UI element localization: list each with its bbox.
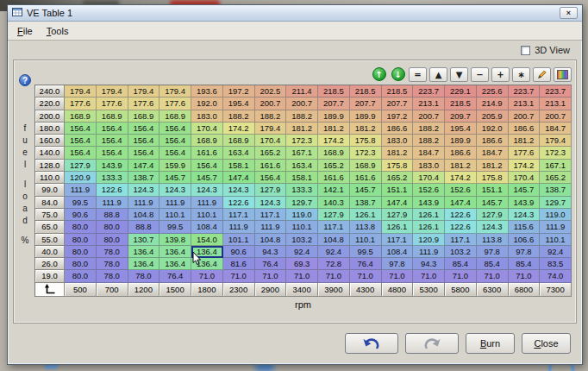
table-cell[interactable]: 223.7 <box>540 85 572 97</box>
table-cell[interactable]: 168.9 <box>350 160 382 172</box>
y-axis-cell[interactable]: 128.0 <box>35 160 65 172</box>
table-cell[interactable]: 71.0 <box>350 270 382 282</box>
table-cell[interactable]: 189.9 <box>445 135 477 147</box>
table-cell[interactable]: 186.6 <box>477 135 509 147</box>
x-axis-cell[interactable]: 500 <box>65 283 97 297</box>
table-cell[interactable]: 103.2 <box>445 246 477 258</box>
y-axis-cell[interactable]: 200.0 <box>35 110 65 123</box>
table-cell[interactable]: 218.5 <box>445 97 477 110</box>
table-cell[interactable]: 97.8 <box>477 246 509 258</box>
table-cell[interactable]: 76.4 <box>350 258 382 270</box>
table-cell[interactable]: 168.9 <box>318 147 350 159</box>
table-cell[interactable]: 92.4 <box>540 246 572 258</box>
help-icon[interactable]: ? <box>19 74 31 86</box>
table-cell[interactable]: 165.2 <box>318 160 350 172</box>
table-cell[interactable]: 138.7 <box>128 172 160 184</box>
table-cell[interactable]: 174.2 <box>223 123 255 135</box>
table-cell[interactable]: 110.1 <box>191 209 223 221</box>
table-cell[interactable]: 138.7 <box>540 184 572 196</box>
table-cell[interactable]: 83.5 <box>540 258 572 270</box>
menu-tools[interactable]: Tools <box>41 24 75 38</box>
table-cell[interactable]: 156.4 <box>191 160 223 172</box>
table-cell[interactable]: 122.6 <box>445 209 477 221</box>
table-cell[interactable]: 147.4 <box>445 197 477 209</box>
table-cell[interactable]: 97.8 <box>509 246 541 258</box>
table-cell[interactable]: 101.1 <box>223 234 255 246</box>
table-cell[interactable]: 213.1 <box>540 97 572 110</box>
table-cell[interactable]: 181.2 <box>477 160 509 172</box>
x-axis-cell[interactable]: 6800 <box>509 283 541 297</box>
table-cell[interactable]: 183.0 <box>382 135 414 147</box>
table-cell[interactable]: 175.8 <box>382 160 414 172</box>
table-cell[interactable]: 184.7 <box>540 123 572 135</box>
table-cell[interactable]: 168.9 <box>223 135 255 147</box>
table-cell[interactable]: 179.4 <box>65 85 97 97</box>
table-cell[interactable]: 172.3 <box>540 147 572 159</box>
table-cell[interactable]: 120.9 <box>65 172 97 184</box>
redo-button[interactable] <box>405 333 459 354</box>
table-cell[interactable]: 167.1 <box>286 147 318 159</box>
table-cell[interactable]: 200.7 <box>540 110 572 123</box>
table-cell[interactable]: 127.9 <box>255 184 287 196</box>
x-axis-cell[interactable]: 4800 <box>382 283 414 297</box>
table-cell[interactable]: 80.0 <box>65 234 97 246</box>
table-cell[interactable]: 103.2 <box>286 234 318 246</box>
table-cell[interactable]: 90.6 <box>223 246 255 258</box>
table-cell[interactable]: 124.3 <box>160 184 191 196</box>
table-cell[interactable]: 117.1 <box>223 209 255 221</box>
table-cell[interactable]: 177.6 <box>509 147 541 159</box>
decrement-button[interactable]: − <box>471 67 489 82</box>
table-cell[interactable]: 183.0 <box>191 110 223 123</box>
table-cell[interactable]: 71.0 <box>477 270 509 282</box>
table-cell[interactable]: 124.3 <box>223 184 255 196</box>
table-cell[interactable]: 213.1 <box>413 97 445 110</box>
table-cell[interactable]: 127.9 <box>65 160 97 172</box>
edit-pencil-button[interactable] <box>533 67 551 82</box>
table-cell[interactable]: 145.7 <box>160 172 191 184</box>
y-axis-cell[interactable]: 220.0 <box>35 97 65 110</box>
table-cell[interactable]: 110.1 <box>350 234 382 246</box>
table-cell[interactable]: 124.3 <box>128 184 160 196</box>
table-cell[interactable]: 127.9 <box>382 209 414 221</box>
y-axis-cell[interactable]: 75.0 <box>35 209 65 221</box>
table-cell[interactable]: 165.2 <box>382 172 414 184</box>
table-cell[interactable]: 168.9 <box>128 110 160 123</box>
table-cell[interactable]: 213.1 <box>509 97 541 110</box>
table-cell[interactable]: 126.1 <box>413 209 445 221</box>
table-cell[interactable]: 225.6 <box>477 85 509 97</box>
table-cell[interactable]: 156.4 <box>128 147 160 159</box>
table-cell[interactable]: 117.1 <box>445 234 477 246</box>
table-cell[interactable]: 71.0 <box>286 270 318 282</box>
x-axis-cell[interactable]: 700 <box>97 283 128 297</box>
x-axis-cell[interactable]: 6300 <box>477 283 509 297</box>
table-cell[interactable]: 126.1 <box>350 209 382 221</box>
table-cell[interactable]: 188.2 <box>255 110 287 123</box>
table-cell[interactable]: 85.4 <box>477 258 509 270</box>
menu-file[interactable]: File <box>11 24 39 38</box>
table-cell[interactable]: 145.7 <box>191 172 223 184</box>
table-cell[interactable]: 218.5 <box>382 85 414 97</box>
table-cell[interactable]: 104.8 <box>128 209 160 221</box>
view-3d-checkbox[interactable] <box>521 46 530 55</box>
table-cell[interactable]: 136.4 <box>160 258 191 270</box>
table-cell[interactable]: 186.6 <box>382 123 414 135</box>
table-cell[interactable]: 195.4 <box>223 97 255 110</box>
table-cell[interactable]: 163.4 <box>223 147 255 159</box>
table-cell[interactable]: 207.7 <box>318 97 350 110</box>
table-cell[interactable]: 192.0 <box>477 123 509 135</box>
table-cell[interactable]: 130.7 <box>128 234 160 246</box>
set-equal-button[interactable]: = <box>409 67 427 82</box>
table-cell[interactable]: 163.4 <box>286 160 318 172</box>
table-cell[interactable]: 145.7 <box>350 184 382 196</box>
table-cell[interactable]: 189.9 <box>350 110 382 123</box>
table-cell[interactable]: 71.0 <box>413 270 445 282</box>
table-cell[interactable]: 145.7 <box>509 184 541 196</box>
table-cell[interactable]: 81.6 <box>223 258 255 270</box>
y-axis-cell[interactable]: 240.0 <box>35 85 65 97</box>
table-cell[interactable]: 197.2 <box>223 85 255 97</box>
table-cell[interactable]: 188.2 <box>413 135 445 147</box>
table-cell[interactable]: 181.2 <box>382 147 414 159</box>
table-cell[interactable]: 161.6 <box>350 172 382 184</box>
table-cell[interactable]: 124.3 <box>509 209 541 221</box>
table-cell[interactable]: 133.3 <box>286 184 318 196</box>
